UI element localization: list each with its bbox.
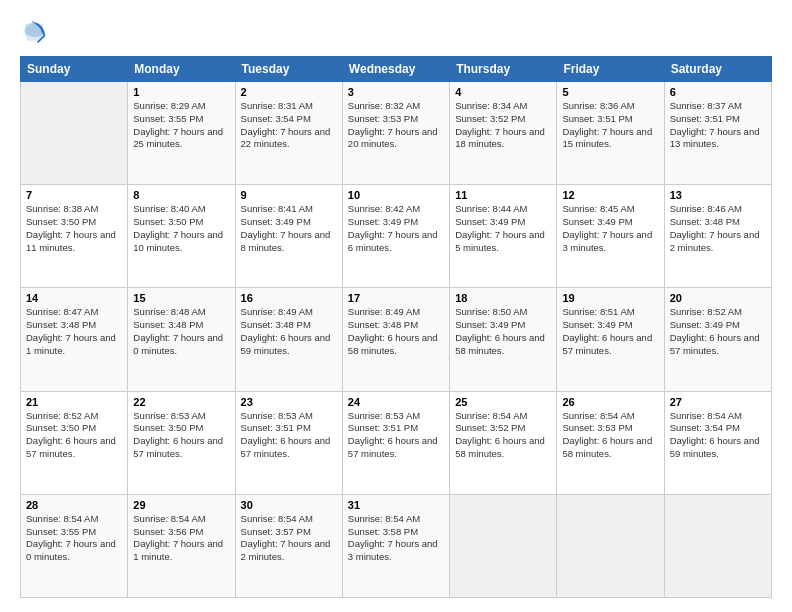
calendar-cell: 18Sunrise: 8:50 AMSunset: 3:49 PMDayligh… [450, 288, 557, 391]
calendar-cell: 11Sunrise: 8:44 AMSunset: 3:49 PMDayligh… [450, 185, 557, 288]
calendar-cell: 22Sunrise: 8:53 AMSunset: 3:50 PMDayligh… [128, 391, 235, 494]
calendar-cell: 17Sunrise: 8:49 AMSunset: 3:48 PMDayligh… [342, 288, 449, 391]
calendar-cell [557, 494, 664, 597]
calendar-cell: 16Sunrise: 8:49 AMSunset: 3:48 PMDayligh… [235, 288, 342, 391]
day-number: 4 [455, 86, 551, 98]
calendar-cell: 21Sunrise: 8:52 AMSunset: 3:50 PMDayligh… [21, 391, 128, 494]
cell-info: Sunrise: 8:50 AMSunset: 3:49 PMDaylight:… [455, 306, 551, 357]
cell-info: Sunrise: 8:38 AMSunset: 3:50 PMDaylight:… [26, 203, 122, 254]
calendar-cell: 25Sunrise: 8:54 AMSunset: 3:52 PMDayligh… [450, 391, 557, 494]
cell-info: Sunrise: 8:54 AMSunset: 3:55 PMDaylight:… [26, 513, 122, 564]
calendar-cell: 7Sunrise: 8:38 AMSunset: 3:50 PMDaylight… [21, 185, 128, 288]
calendar-week-row: 28Sunrise: 8:54 AMSunset: 3:55 PMDayligh… [21, 494, 772, 597]
page: SundayMondayTuesdayWednesdayThursdayFrid… [0, 0, 792, 612]
calendar-cell: 13Sunrise: 8:46 AMSunset: 3:48 PMDayligh… [664, 185, 771, 288]
weekday-header-monday: Monday [128, 57, 235, 82]
calendar-cell: 29Sunrise: 8:54 AMSunset: 3:56 PMDayligh… [128, 494, 235, 597]
day-number: 22 [133, 396, 229, 408]
cell-info: Sunrise: 8:37 AMSunset: 3:51 PMDaylight:… [670, 100, 766, 151]
calendar-cell [21, 82, 128, 185]
cell-info: Sunrise: 8:53 AMSunset: 3:51 PMDaylight:… [348, 410, 444, 461]
calendar-cell: 8Sunrise: 8:40 AMSunset: 3:50 PMDaylight… [128, 185, 235, 288]
calendar-cell: 31Sunrise: 8:54 AMSunset: 3:58 PMDayligh… [342, 494, 449, 597]
cell-info: Sunrise: 8:52 AMSunset: 3:49 PMDaylight:… [670, 306, 766, 357]
calendar-cell: 6Sunrise: 8:37 AMSunset: 3:51 PMDaylight… [664, 82, 771, 185]
cell-info: Sunrise: 8:54 AMSunset: 3:58 PMDaylight:… [348, 513, 444, 564]
cell-info: Sunrise: 8:54 AMSunset: 3:52 PMDaylight:… [455, 410, 551, 461]
calendar-cell: 9Sunrise: 8:41 AMSunset: 3:49 PMDaylight… [235, 185, 342, 288]
calendar-cell: 14Sunrise: 8:47 AMSunset: 3:48 PMDayligh… [21, 288, 128, 391]
calendar-cell: 28Sunrise: 8:54 AMSunset: 3:55 PMDayligh… [21, 494, 128, 597]
calendar-cell: 5Sunrise: 8:36 AMSunset: 3:51 PMDaylight… [557, 82, 664, 185]
cell-info: Sunrise: 8:54 AMSunset: 3:56 PMDaylight:… [133, 513, 229, 564]
calendar-cell: 1Sunrise: 8:29 AMSunset: 3:55 PMDaylight… [128, 82, 235, 185]
cell-info: Sunrise: 8:52 AMSunset: 3:50 PMDaylight:… [26, 410, 122, 461]
cell-info: Sunrise: 8:54 AMSunset: 3:54 PMDaylight:… [670, 410, 766, 461]
cell-info: Sunrise: 8:31 AMSunset: 3:54 PMDaylight:… [241, 100, 337, 151]
calendar-table: SundayMondayTuesdayWednesdayThursdayFrid… [20, 56, 772, 598]
day-number: 8 [133, 189, 229, 201]
day-number: 14 [26, 292, 122, 304]
weekday-header-friday: Friday [557, 57, 664, 82]
weekday-header-row: SundayMondayTuesdayWednesdayThursdayFrid… [21, 57, 772, 82]
cell-info: Sunrise: 8:40 AMSunset: 3:50 PMDaylight:… [133, 203, 229, 254]
calendar-cell: 23Sunrise: 8:53 AMSunset: 3:51 PMDayligh… [235, 391, 342, 494]
calendar-cell: 15Sunrise: 8:48 AMSunset: 3:48 PMDayligh… [128, 288, 235, 391]
cell-info: Sunrise: 8:48 AMSunset: 3:48 PMDaylight:… [133, 306, 229, 357]
cell-info: Sunrise: 8:53 AMSunset: 3:50 PMDaylight:… [133, 410, 229, 461]
day-number: 7 [26, 189, 122, 201]
cell-info: Sunrise: 8:29 AMSunset: 3:55 PMDaylight:… [133, 100, 229, 151]
weekday-header-wednesday: Wednesday [342, 57, 449, 82]
calendar-week-row: 1Sunrise: 8:29 AMSunset: 3:55 PMDaylight… [21, 82, 772, 185]
calendar-cell: 20Sunrise: 8:52 AMSunset: 3:49 PMDayligh… [664, 288, 771, 391]
day-number: 23 [241, 396, 337, 408]
weekday-header-sunday: Sunday [21, 57, 128, 82]
calendar-week-row: 21Sunrise: 8:52 AMSunset: 3:50 PMDayligh… [21, 391, 772, 494]
day-number: 1 [133, 86, 229, 98]
cell-info: Sunrise: 8:54 AMSunset: 3:57 PMDaylight:… [241, 513, 337, 564]
header [20, 18, 772, 46]
calendar-cell [664, 494, 771, 597]
calendar-cell: 3Sunrise: 8:32 AMSunset: 3:53 PMDaylight… [342, 82, 449, 185]
calendar-cell: 30Sunrise: 8:54 AMSunset: 3:57 PMDayligh… [235, 494, 342, 597]
day-number: 9 [241, 189, 337, 201]
day-number: 6 [670, 86, 766, 98]
cell-info: Sunrise: 8:49 AMSunset: 3:48 PMDaylight:… [241, 306, 337, 357]
day-number: 17 [348, 292, 444, 304]
cell-info: Sunrise: 8:42 AMSunset: 3:49 PMDaylight:… [348, 203, 444, 254]
day-number: 25 [455, 396, 551, 408]
cell-info: Sunrise: 8:47 AMSunset: 3:48 PMDaylight:… [26, 306, 122, 357]
day-number: 29 [133, 499, 229, 511]
cell-info: Sunrise: 8:36 AMSunset: 3:51 PMDaylight:… [562, 100, 658, 151]
day-number: 28 [26, 499, 122, 511]
calendar-cell: 4Sunrise: 8:34 AMSunset: 3:52 PMDaylight… [450, 82, 557, 185]
calendar-cell: 10Sunrise: 8:42 AMSunset: 3:49 PMDayligh… [342, 185, 449, 288]
cell-info: Sunrise: 8:49 AMSunset: 3:48 PMDaylight:… [348, 306, 444, 357]
cell-info: Sunrise: 8:44 AMSunset: 3:49 PMDaylight:… [455, 203, 551, 254]
calendar-cell: 2Sunrise: 8:31 AMSunset: 3:54 PMDaylight… [235, 82, 342, 185]
calendar-cell: 27Sunrise: 8:54 AMSunset: 3:54 PMDayligh… [664, 391, 771, 494]
day-number: 2 [241, 86, 337, 98]
cell-info: Sunrise: 8:32 AMSunset: 3:53 PMDaylight:… [348, 100, 444, 151]
day-number: 26 [562, 396, 658, 408]
cell-info: Sunrise: 8:46 AMSunset: 3:48 PMDaylight:… [670, 203, 766, 254]
calendar-week-row: 7Sunrise: 8:38 AMSunset: 3:50 PMDaylight… [21, 185, 772, 288]
cell-info: Sunrise: 8:34 AMSunset: 3:52 PMDaylight:… [455, 100, 551, 151]
calendar-cell: 24Sunrise: 8:53 AMSunset: 3:51 PMDayligh… [342, 391, 449, 494]
day-number: 30 [241, 499, 337, 511]
day-number: 27 [670, 396, 766, 408]
calendar-cell [450, 494, 557, 597]
logo-icon [20, 18, 48, 46]
calendar-cell: 19Sunrise: 8:51 AMSunset: 3:49 PMDayligh… [557, 288, 664, 391]
day-number: 19 [562, 292, 658, 304]
day-number: 5 [562, 86, 658, 98]
cell-info: Sunrise: 8:53 AMSunset: 3:51 PMDaylight:… [241, 410, 337, 461]
day-number: 20 [670, 292, 766, 304]
cell-info: Sunrise: 8:51 AMSunset: 3:49 PMDaylight:… [562, 306, 658, 357]
day-number: 15 [133, 292, 229, 304]
day-number: 10 [348, 189, 444, 201]
day-number: 13 [670, 189, 766, 201]
day-number: 12 [562, 189, 658, 201]
day-number: 16 [241, 292, 337, 304]
day-number: 18 [455, 292, 551, 304]
